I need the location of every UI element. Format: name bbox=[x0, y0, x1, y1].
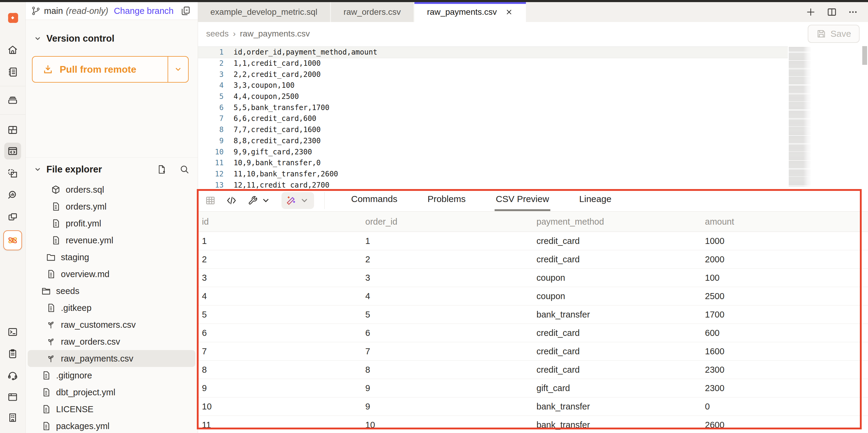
pull-options-chevron[interactable] bbox=[168, 57, 188, 82]
file-label: raw_payments.csv bbox=[61, 354, 133, 364]
file-row-raw-customers[interactable]: raw_customers.csv bbox=[28, 316, 195, 333]
line-number: 6 bbox=[198, 104, 224, 112]
copy-icon[interactable] bbox=[180, 5, 191, 16]
atom-icon[interactable] bbox=[3, 230, 22, 250]
new-file-icon[interactable] bbox=[156, 164, 167, 175]
organization-icon[interactable] bbox=[4, 409, 21, 426]
breadcrumb-folder: seeds bbox=[206, 29, 229, 38]
file-row-gitkeep[interactable]: .gitkeep bbox=[28, 299, 195, 316]
cell: 2300 bbox=[705, 383, 868, 393]
editor-line: 21,1,credit_card,1000 bbox=[198, 58, 788, 69]
code-editor-icon[interactable] bbox=[4, 143, 21, 160]
stack-icon[interactable] bbox=[4, 92, 21, 109]
tab-label: raw_payments.csv bbox=[427, 7, 497, 17]
file-label: orders.yml bbox=[66, 202, 106, 212]
chevron-down-icon[interactable] bbox=[299, 195, 310, 206]
notebook-icon[interactable] bbox=[4, 64, 21, 81]
breadcrumb-current: raw_payments.csv bbox=[240, 29, 310, 38]
dashboard-icon[interactable] bbox=[4, 121, 21, 138]
table-row: 44coupon2500 bbox=[198, 287, 868, 306]
cell: 8 bbox=[198, 365, 365, 375]
cell: bank_transfer bbox=[536, 402, 705, 412]
file-row-gitignore[interactable]: .gitignore bbox=[28, 367, 195, 384]
cell: 10 bbox=[198, 402, 365, 412]
editor-line: 109,9,gift_card,2300 bbox=[198, 146, 788, 157]
line-text: 12,11,credit_card,2700 bbox=[224, 181, 330, 190]
line-text: 2,2,credit_card,2000 bbox=[224, 70, 321, 79]
chevron-down-icon[interactable] bbox=[33, 34, 42, 43]
file-row-raw-orders[interactable]: raw_orders.csv bbox=[28, 333, 195, 350]
file-label: overview.md bbox=[61, 269, 110, 279]
table-row: 66credit_card600 bbox=[198, 324, 868, 342]
seed-icon bbox=[46, 353, 56, 364]
cell: 1600 bbox=[705, 346, 868, 356]
file-row-profit-yml[interactable]: profit.yml bbox=[28, 215, 195, 232]
line-number: 5 bbox=[198, 92, 224, 101]
browser-icon[interactable] bbox=[4, 389, 21, 406]
file-explorer-header[interactable]: File explorer bbox=[25, 157, 198, 178]
windows-icon[interactable] bbox=[4, 209, 21, 226]
tab-raw-payments[interactable]: raw_payments.csv bbox=[414, 2, 526, 22]
terminal-icon[interactable] bbox=[4, 323, 21, 340]
tab-commands[interactable]: Commands bbox=[336, 190, 412, 211]
more-options-icon[interactable] bbox=[846, 5, 860, 19]
chevron-down-icon[interactable] bbox=[260, 195, 271, 206]
file-label: dbt_project.yml bbox=[56, 387, 116, 397]
chevron-down-icon[interactable] bbox=[33, 165, 42, 174]
editor-scrollbar[interactable] bbox=[862, 46, 867, 190]
cell: 9 bbox=[198, 383, 365, 393]
ai-assist-group[interactable] bbox=[281, 192, 314, 209]
pull-from-remote-main[interactable]: Pull from remote bbox=[33, 57, 167, 82]
table-row: 1110bank_transfer2600 bbox=[198, 416, 868, 433]
clipboard-icon[interactable] bbox=[4, 345, 21, 362]
file-row-orders-yml[interactable]: orders.yml bbox=[28, 198, 195, 215]
file-label: .gitkeep bbox=[61, 303, 92, 313]
icon-rail bbox=[0, 2, 26, 433]
folder-row-staging[interactable]: staging bbox=[28, 249, 195, 266]
file-row-dbt-project[interactable]: dbt_project.yml bbox=[28, 384, 195, 401]
headset-icon[interactable] bbox=[4, 367, 21, 384]
column-header: payment_method bbox=[536, 217, 705, 227]
scrollbar-thumb[interactable] bbox=[862, 46, 867, 65]
tab-label: example_develop_metric.sql bbox=[210, 7, 317, 17]
magic-wand-icon[interactable] bbox=[286, 195, 297, 206]
panel-tab-label: Problems bbox=[426, 194, 467, 204]
cell: bank_transfer bbox=[536, 420, 705, 430]
tab-problems[interactable]: Problems bbox=[412, 190, 481, 211]
file-row-license[interactable]: LICENSE bbox=[28, 401, 195, 417]
file-label: .gitignore bbox=[56, 371, 92, 380]
code-editor[interactable]: 1id,order_id,payment_method,amount 21,1,… bbox=[198, 46, 868, 190]
file-icon bbox=[51, 201, 61, 212]
new-tab-icon[interactable] bbox=[804, 5, 817, 19]
file-icon bbox=[51, 235, 61, 246]
split-view-icon[interactable] bbox=[825, 5, 838, 19]
insights-icon[interactable] bbox=[4, 186, 21, 204]
table-view-icon[interactable] bbox=[205, 195, 216, 206]
folder-row-seeds[interactable]: seeds bbox=[28, 283, 195, 299]
build-tool-icon[interactable] bbox=[247, 195, 258, 206]
file-row-orders-sql[interactable]: orders.sql bbox=[28, 181, 195, 198]
file-row-packages[interactable]: packages.yml bbox=[28, 417, 195, 433]
tab-example-develop-metric[interactable]: example_develop_metric.sql bbox=[198, 2, 331, 22]
table-row: 11credit_card1000 bbox=[198, 232, 868, 250]
cell: bank_transfer bbox=[536, 310, 705, 320]
rail-divider bbox=[0, 86, 25, 86]
search-icon[interactable] bbox=[179, 164, 190, 175]
file-row-revenue-yml[interactable]: revenue.yml bbox=[28, 232, 195, 249]
selection-icon[interactable] bbox=[4, 165, 21, 182]
save-button[interactable]: Save bbox=[808, 25, 860, 43]
change-branch-link[interactable]: Change branch bbox=[114, 6, 174, 16]
version-control-header[interactable]: Version control bbox=[25, 30, 198, 47]
file-row-overview-md[interactable]: overview.md bbox=[28, 266, 195, 283]
cell: 3 bbox=[365, 273, 536, 283]
code-view-icon[interactable] bbox=[226, 195, 237, 206]
editor-minimap[interactable] bbox=[789, 47, 812, 186]
cell: 1 bbox=[365, 236, 536, 246]
tab-csv-preview[interactable]: CSV Preview bbox=[481, 190, 564, 211]
tab-raw-orders[interactable]: raw_orders.csv bbox=[331, 2, 414, 22]
close-icon[interactable] bbox=[505, 8, 513, 16]
tab-lineage[interactable]: Lineage bbox=[564, 190, 627, 211]
cell: credit_card bbox=[536, 365, 705, 375]
home-icon[interactable] bbox=[4, 41, 21, 58]
file-row-raw-payments[interactable]: raw_payments.csv bbox=[28, 350, 195, 367]
